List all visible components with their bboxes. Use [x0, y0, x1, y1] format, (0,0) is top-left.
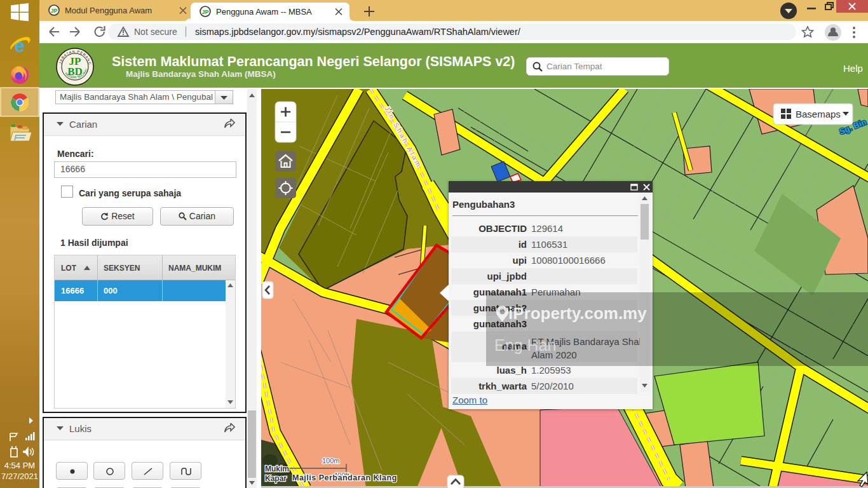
svg-text:Mukim: Mukim	[265, 464, 289, 473]
svg-text:Kapar: Kapar	[265, 474, 287, 483]
svg-text:Basemaps: Basemaps	[796, 109, 841, 119]
svg-text:Pengguna Awam -- MBSA: Pengguna Awam -- MBSA	[216, 7, 312, 17]
svg-text:JP: JP	[50, 8, 57, 14]
svg-text:4:54 PM: 4:54 PM	[4, 461, 35, 470]
svg-text:Modul Pengguna Awam: Modul Pengguna Awam	[65, 6, 152, 15]
svg-text:100m: 100m	[322, 457, 340, 464]
svg-text:Not secure: Not secure	[134, 27, 177, 37]
svg-text:JP: JP	[201, 9, 208, 15]
svg-text:7/27/2021: 7/27/2021	[1, 471, 38, 481]
svg-text:Majlis Perbandaran Klang: Majlis Perbandaran Klang	[292, 473, 397, 482]
svg-text:sismaps.jpbdselangor.gov.my/si: sismaps.jpbdselangor.gov.my/sismapsv2/Pe…	[195, 27, 521, 37]
